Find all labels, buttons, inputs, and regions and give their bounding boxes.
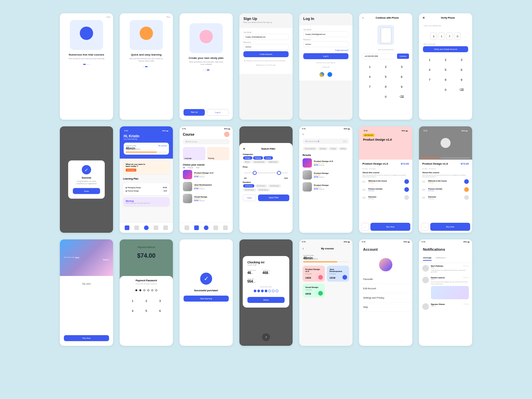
- key-3[interactable]: 3: [153, 296, 167, 306]
- done-button[interactable]: Done: [73, 188, 100, 194]
- signup-button[interactable]: Sign up: [184, 109, 205, 116]
- key-del[interactable]: ⌫: [454, 85, 469, 95]
- nav-home[interactable]: [125, 225, 129, 230]
- tab-popular[interactable]: Popular: [188, 167, 193, 169]
- pill-design[interactable]: Design: [243, 156, 252, 160]
- promo-card[interactable]: What do you want to learn today ? Get St…: [123, 161, 170, 174]
- back-icon[interactable]: ‹: [303, 247, 304, 250]
- skip[interactable]: Skip: [106, 16, 110, 18]
- favorite-button[interactable]: ☆: [421, 223, 429, 231]
- apply-button[interactable]: Apply Filter: [258, 195, 289, 201]
- menu-settings[interactable]: Settings and Privacy: [359, 293, 412, 303]
- key-6[interactable]: 6: [153, 306, 167, 316]
- pill-dur[interactable]: 8-14 Hours: [255, 184, 267, 188]
- email-input[interactable]: [243, 34, 289, 40]
- pause-icon[interactable]: [441, 138, 451, 148]
- google-icon[interactable]: [319, 72, 325, 77]
- search-input[interactable]: 🔍 Product Desig ⚙ ⓧ: [303, 139, 349, 144]
- key-5[interactable]: 5: [139, 306, 153, 316]
- pill-dur[interactable]: 20-24 Hours: [243, 188, 256, 192]
- play-icon[interactable]: [318, 275, 323, 280]
- facebook-icon[interactable]: [327, 72, 332, 77]
- lesson-item[interactable]: 02Process overview6:10 mins: [359, 186, 412, 194]
- pill-dur[interactable]: 3-8 Hours: [243, 184, 254, 188]
- key-7[interactable]: 7: [422, 75, 438, 85]
- category-painting[interactable]: Painting: [207, 147, 229, 160]
- forgot-link[interactable]: Forget password?: [335, 49, 348, 51]
- pill-visual[interactable]: Visual identity: [252, 160, 266, 164]
- nav-search[interactable]: [204, 225, 208, 230]
- lesson-item[interactable]: 02Process overview6:10 mins: [419, 186, 472, 194]
- key-5[interactable]: 5: [378, 72, 394, 82]
- login-button[interactable]: Log in: [207, 109, 229, 116]
- close-icon[interactable]: ✕: [243, 147, 245, 151]
- notification-item[interactable]: Nguyen Shane12:00 amOffline: [419, 301, 472, 312]
- course-item[interactable]: Product Design v1.0Robertson Connie$190 …: [180, 169, 233, 181]
- pay-button[interactable]: Pay Now: [64, 335, 109, 341]
- email-input[interactable]: [303, 31, 348, 37]
- favorite-button[interactable]: ☆: [361, 223, 369, 231]
- notification-item[interactable]: Bert Pullman04:32 pmOnlineCongratulation…: [419, 263, 472, 275]
- pill-coding[interactable]: Coding: [264, 156, 273, 160]
- key-3[interactable]: 3: [394, 62, 410, 72]
- create-account-button[interactable]: Creat account: [243, 51, 289, 57]
- nav-message[interactable]: [154, 225, 158, 230]
- already-link[interactable]: Already have an account? Log in: [239, 63, 293, 67]
- key-8[interactable]: 8: [378, 82, 394, 92]
- chip[interactable]: Painting: [318, 147, 328, 150]
- key-4[interactable]: 4: [126, 306, 139, 316]
- avatar[interactable]: [224, 132, 229, 137]
- tab-notification[interactable]: notification •: [436, 257, 446, 261]
- pill-dur[interactable]: 14-20 Hours: [268, 184, 281, 188]
- play-icon[interactable]: [464, 179, 469, 184]
- course-card[interactable]: Java DevelopmentCompleted12/18: [327, 266, 349, 282]
- key-9[interactable]: 9: [394, 82, 410, 92]
- play-icon[interactable]: [404, 179, 409, 184]
- result-item[interactable]: Product Design v1.0Robertson Connie$250 …: [299, 157, 352, 169]
- key-1[interactable]: 1: [126, 296, 139, 306]
- key-2[interactable]: 2: [139, 296, 153, 306]
- nav-home[interactable]: [185, 225, 189, 230]
- result-item[interactable]: Product DesignBlack Marvin$250 14 hours: [299, 181, 352, 193]
- key-4[interactable]: 4: [362, 72, 378, 82]
- result-item[interactable]: Product DesignWebb Kyle$250 14 hours: [299, 169, 352, 181]
- continue-button[interactable]: Continue: [397, 54, 409, 59]
- menu-edit[interactable]: Edit Account: [359, 284, 412, 293]
- signup-link[interactable]: Don't have an account? Sign up: [299, 61, 352, 65]
- start-button[interactable]: Start learning: [184, 296, 229, 302]
- back-icon[interactable]: ‹: [303, 132, 304, 136]
- pill-music[interactable]: Music: [243, 160, 251, 164]
- tab-new[interactable]: New: [196, 167, 200, 169]
- chip[interactable]: Visual identity: [303, 147, 317, 150]
- skip[interactable]: Skip: [166, 16, 170, 18]
- lesson-item[interactable]: 03Discovery6:10 mins: [359, 194, 412, 201]
- key-6[interactable]: 6: [394, 72, 410, 82]
- key-3[interactable]: 3: [454, 55, 469, 65]
- password-input[interactable]: [303, 41, 348, 47]
- otp-1[interactable]: 3: [430, 33, 437, 40]
- nav-course[interactable]: [194, 225, 199, 230]
- promo-button[interactable]: Get Started!: [126, 169, 136, 172]
- tab-all[interactable]: All: [183, 167, 185, 169]
- pill-painting[interactable]: Painting: [253, 156, 263, 160]
- login-button[interactable]: Log In: [303, 53, 348, 59]
- play-icon[interactable]: [318, 291, 323, 296]
- key-2[interactable]: 2: [438, 55, 454, 65]
- my-courses-link[interactable]: My courses: [158, 145, 167, 147]
- course-item[interactable]: Java DevelopmentNguyen Shane$190 16 hour…: [180, 181, 233, 193]
- lesson-item[interactable]: 03Discovery6:10 mins: [419, 194, 472, 201]
- key-0[interactable]: 0: [438, 85, 454, 95]
- password-input[interactable]: [243, 44, 289, 50]
- key-2[interactable]: 2: [378, 62, 394, 72]
- course-card[interactable]: Product Design v1.0Completed14/24: [303, 266, 325, 282]
- key-8[interactable]: 8: [438, 75, 454, 85]
- menu-help[interactable]: Help: [359, 303, 412, 312]
- otp-3[interactable]: 7: [446, 33, 453, 40]
- key-6[interactable]: 6: [454, 65, 469, 75]
- buy-button[interactable]: Buy Now: [370, 223, 410, 231]
- play-icon[interactable]: [404, 187, 409, 192]
- key-5[interactable]: 5: [438, 65, 454, 75]
- clear-button[interactable]: Clear: [243, 195, 256, 201]
- nav-course[interactable]: [134, 225, 139, 230]
- buy-button[interactable]: Buy Now: [430, 223, 470, 231]
